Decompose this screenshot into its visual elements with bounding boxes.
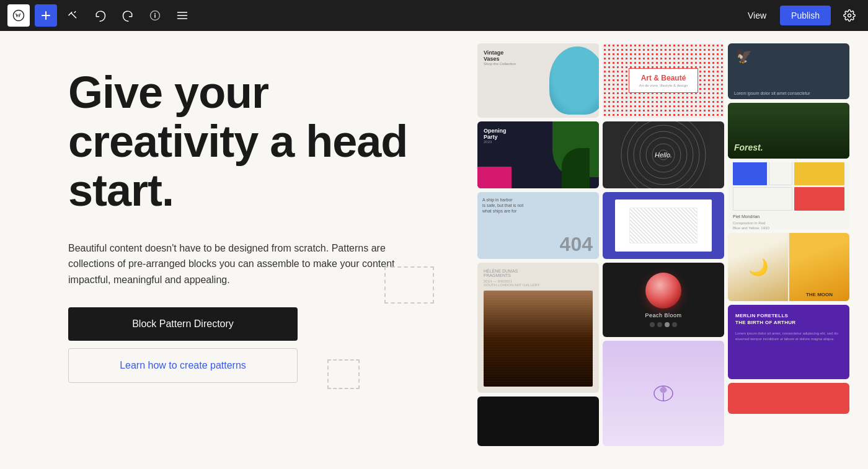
- mosaic-column-3: 🦅 Lorem ipsum dolor sit amet consectetur…: [728, 43, 849, 469]
- info-icon[interactable]: [144, 4, 166, 27]
- card-art-beaute[interactable]: Art & Beauté Art de vivre, lifestyle & d…: [603, 43, 724, 118]
- add-block-button[interactable]: [35, 4, 57, 27]
- left-panel: Give your creativity a head start. Beaut…: [0, 31, 471, 469]
- mosaic-column-1: VintageVases Shop the Collection Opening…: [477, 43, 599, 469]
- card-red-bar[interactable]: [728, 383, 849, 414]
- card-opening-party[interactable]: OpeningParty 2023: [477, 121, 599, 188]
- mosaic-grid: VintageVases Shop the Collection Opening…: [471, 37, 862, 469]
- main-content: Give your creativity a head start. Beaut…: [0, 31, 868, 469]
- card-bird-dark[interactable]: 🦅 Lorem ipsum dolor sit amet consectetur: [728, 43, 849, 99]
- hero-description: Beautiful content doesn't have to be des…: [68, 240, 415, 288]
- wp-logo[interactable]: [7, 4, 30, 27]
- redo-icon[interactable]: [117, 4, 139, 27]
- card-forest[interactable]: Forest.: [728, 103, 849, 159]
- card-exhibition[interactable]: HÉLÈNE DUMASFRAGMENTS 2014 — 8/9/2021SOU…: [477, 263, 599, 393]
- block-pattern-directory-button[interactable]: Block Pattern Directory: [68, 307, 298, 341]
- learn-patterns-button[interactable]: Learn how to create patterns: [68, 348, 298, 383]
- svg-point-1: [848, 14, 851, 17]
- settings-icon[interactable]: [838, 4, 861, 27]
- placeholder-box-large: [384, 266, 434, 304]
- publish-button[interactable]: Publish: [780, 6, 831, 25]
- mosaic-column-2: Art & Beauté Art de vivre, lifestyle & d…: [603, 43, 724, 469]
- hero-title: Give your creativity a head start.: [68, 68, 434, 216]
- card-spiral-hello[interactable]: Hello.: [603, 121, 724, 188]
- topbar: View Publish: [0, 0, 868, 31]
- right-panel: VintageVases Shop the Collection Opening…: [471, 31, 868, 469]
- card-lavender[interactable]: [603, 341, 724, 446]
- card-404[interactable]: A ship in harboris safe, but that is not…: [477, 192, 599, 259]
- card-merlin[interactable]: MERLIN FORETELLSTHE BIRTH OF ARTHUR Lore…: [728, 305, 849, 379]
- card-dark-bottom[interactable]: [477, 397, 599, 446]
- tools-icon[interactable]: [62, 4, 84, 27]
- view-button[interactable]: View: [742, 7, 773, 24]
- card-mondrian[interactable]: Piet Mondrian Composition in RedBlue and…: [728, 162, 849, 229]
- card-tarot[interactable]: 🌙 THE MOON: [728, 233, 849, 301]
- undo-icon[interactable]: [89, 4, 112, 27]
- card-sketch-blue[interactable]: [603, 192, 724, 259]
- topbar-right: View Publish: [742, 4, 861, 27]
- list-view-icon[interactable]: [171, 4, 193, 27]
- placeholder-box-small: [327, 359, 360, 389]
- card-peach-bloom[interactable]: Peach Bloom: [603, 263, 724, 337]
- card-vintage-vases[interactable]: VintageVases Shop the Collection: [477, 43, 599, 118]
